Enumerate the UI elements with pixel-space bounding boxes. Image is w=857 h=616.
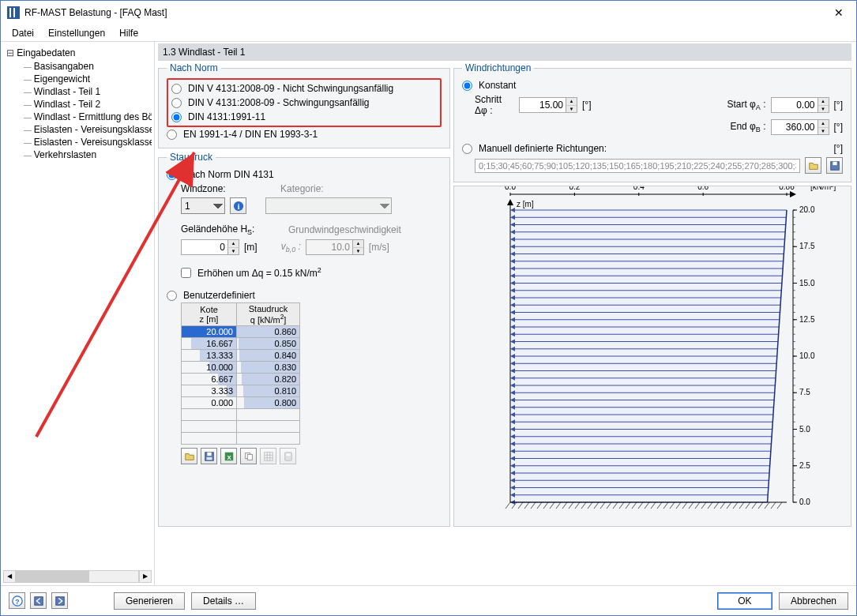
menu-help[interactable]: Hilfe [113,26,145,40]
sidebar-hscroll[interactable]: ◀▶ [3,570,152,583]
start-spin[interactable]: ▲▼ [771,97,829,113]
norm-option-0[interactable]: DIN V 4131:2008-09 - Nicht Schwingungsan… [171,81,437,96]
erhoehen-checkbox[interactable] [181,268,191,278]
table-export-excel-button[interactable]: X [220,448,237,464]
svg-line-95 [758,502,763,509]
svg-line-59 [531,502,536,509]
title-bar: RF-MAST Belastung - [FAQ Mast] ✕ [1,1,856,24]
svg-text:?: ? [15,597,19,605]
window-title: RF-MAST Belastung - [FAQ Mast] [24,7,821,18]
cancel-button[interactable]: Abbrechen [779,592,848,610]
gelaende-unit: [m] [244,242,257,253]
table-row[interactable] [182,409,300,421]
svg-line-57 [518,502,523,509]
grundwind-label: Grundwindgeschwindigkeit [288,224,401,235]
svg-line-66 [575,502,580,509]
group-staudruck: Staudruck Nach Norm DIN 4131 Windzone: K… [158,152,450,527]
svg-text:[kN/m²]: [kN/m²] [810,186,836,191]
svg-line-94 [752,502,757,509]
tree-item-windlast-boen[interactable]: Windlast - Ermittlung des Böenreaktionsf… [3,111,152,123]
close-button[interactable]: ✕ [821,1,856,24]
table-row[interactable]: 10.0000.830 [182,362,300,374]
sidebar: Eingabedaten Basisangaben Eigengewicht W… [1,42,155,585]
footer-next-button[interactable] [51,592,68,609]
tree-item-eislasten-g[interactable]: Eislasten - Vereisungsklasse G [3,123,152,136]
norm-option-2[interactable]: DIN 4131:1991-11 [171,110,437,124]
svg-text:z [m]: z [m] [517,200,534,208]
group-norm-legend: Nach Norm [167,62,221,73]
menu-settings[interactable]: Einstellungen [42,26,111,40]
help-button[interactable]: ? [9,592,25,609]
svg-line-67 [581,502,586,509]
table-grid-button[interactable] [260,448,276,464]
svg-text:5.0: 5.0 [799,425,810,434]
staudruck-toolbar: X [181,445,442,464]
windzone-info-button[interactable]: i [230,197,246,214]
table-open-button[interactable] [181,448,197,464]
svg-text:17.5: 17.5 [799,242,815,250]
svg-text:2.5: 2.5 [799,461,810,470]
staudruck-norm-option[interactable]: Nach Norm DIN 4131 [167,167,442,182]
manual-save-button[interactable] [826,157,843,174]
staudruck-table[interactable]: Kotez [m] Staudruckq [kN/m2] 20.0000.860… [181,302,300,445]
svg-text:7.5: 7.5 [799,388,810,396]
table-row[interactable]: 16.6670.850 [182,338,300,350]
gelaende-label: Geländehöhe HS: [181,223,284,236]
wind-profile-chart: z [m]0.00.20.40.60.86[kN/m²]0.02.55.07.5… [453,186,851,527]
tree-item-basisangaben[interactable]: Basisangaben [3,60,152,73]
svg-line-85 [695,502,700,509]
svg-line-75 [632,502,637,509]
table-save-button[interactable] [201,448,217,464]
end-spin[interactable]: ▲▼ [771,119,829,135]
table-row[interactable]: 20.0000.860 [182,326,300,338]
svg-line-60 [537,502,542,509]
kategorie-select[interactable] [265,197,392,214]
gelaende-spin[interactable]: ▲▼ [181,239,239,255]
svg-line-82 [676,502,681,509]
generate-button[interactable]: Generieren [114,592,185,610]
tree-item-verkehrslasten[interactable]: Verkehrslasten [3,148,152,161]
manual-dir-input[interactable] [475,159,800,173]
table-calc-button[interactable] [280,448,296,464]
table-row[interactable]: 3.3330.810 [182,385,300,397]
svg-text:X: X [227,453,231,460]
manual-unit: [°] [834,143,843,154]
erhoehen-label: Erhöhen um Δq = 0.15 kN/m2 [197,266,321,279]
manual-open-button[interactable] [805,157,821,174]
windzone-select[interactable]: 1 [181,197,225,214]
step-spin[interactable]: ▲▼ [519,97,577,113]
windzone-label: Windzone: [181,183,276,194]
table-row[interactable] [182,421,300,433]
start-label: Start φA : [727,99,765,111]
step-unit: [°] [582,100,591,111]
svg-text:i: i [237,201,239,210]
details-button[interactable]: Details … [191,592,256,610]
content-area: 1.3 Windlast - Teil 1 Nach Norm DIN V 41… [155,42,856,585]
nav-tree: Eingabedaten Basisangaben Eigengewicht W… [3,44,152,570]
svg-line-91 [733,502,738,509]
bottom-bar: ? Generieren Details … OK Abbrechen [1,585,856,615]
tree-item-windlast-teil1[interactable]: Windlast - Teil 1 [3,85,152,98]
table-copy-button[interactable] [240,448,257,464]
menu-file[interactable]: Datei [6,26,40,40]
svg-line-64 [562,502,567,509]
ok-button[interactable]: OK [717,592,772,610]
norm-option-1[interactable]: DIN V 4131:2008-09 - Schwingungsanfällig [171,96,437,110]
table-row[interactable] [182,433,300,445]
table-row[interactable]: 6.6670.820 [182,374,300,385]
tree-item-windlast-teil2[interactable]: Windlast - Teil 2 [3,98,152,111]
staudruck-user-option[interactable]: Benutzerdefiniert [167,288,442,302]
svg-text:10.0: 10.0 [799,351,815,360]
tree-item-eigengewicht[interactable]: Eigengewicht [3,73,152,85]
norm-option-3[interactable]: EN 1991-1-4 / DIN EN 1993-3-1 [167,127,442,141]
tree-root[interactable]: Eingabedaten [3,46,152,60]
wind-manual-option[interactable]: Manuell definierte Richtungen: [°] [462,141,843,156]
table-row[interactable]: 13.3330.840 [182,350,300,362]
page-title: 1.3 Windlast - Teil 1 [158,43,851,61]
wind-constant-option[interactable]: Konstant [462,78,843,92]
table-row[interactable]: 0.0000.800 [182,397,300,409]
th-staudruck: Staudruckq [kN/m2] [237,303,300,326]
footer-prev-button[interactable] [30,592,47,609]
svg-rect-4 [206,456,212,460]
tree-item-eislasten-r[interactable]: Eislasten - Vereisungsklasse R [3,136,152,148]
